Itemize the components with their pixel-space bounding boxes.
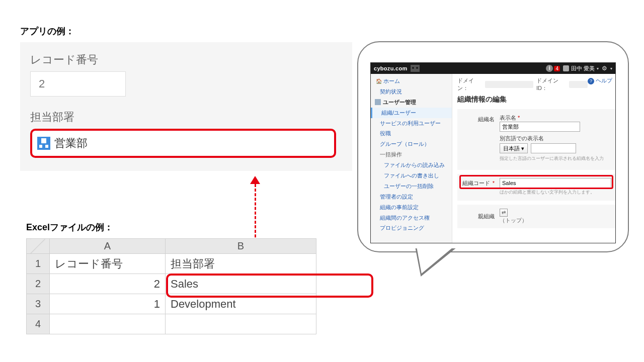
sidebar-item-home[interactable]: ホーム	[371, 76, 452, 86]
sidebar-item-bulk: 一括操作	[371, 149, 452, 160]
sidebar-item-contract[interactable]: 契約状況	[371, 86, 452, 97]
excel-cell[interactable]: 1	[50, 294, 166, 314]
org-code-block: 組織コード * ほかの組織と重複しない文字列を入力します。	[457, 174, 615, 201]
callout-bubble: cybozu.com i 4 田中 愛美 ▾ ⚙ ▾ ホーム 契約状況	[357, 41, 629, 278]
domain-value-mask	[485, 81, 533, 88]
sidebar-item-provisioning[interactable]: プロビジョニング	[371, 223, 452, 233]
gear-icon[interactable]: ⚙	[602, 65, 607, 72]
notification-badge: 4	[554, 66, 560, 71]
user-menu[interactable]: 田中 愛美 ▾	[563, 65, 599, 72]
excel-corner[interactable]	[27, 239, 50, 254]
alt-lang-hint: 指定した言語のユーザーに表示される組織名を入力	[500, 155, 604, 162]
org-name-label: 組織名	[461, 114, 495, 123]
page-title: 組織情報の編集	[457, 95, 615, 104]
excel-cell[interactable]: 担当部署	[166, 254, 316, 274]
display-name-label: 表示名	[500, 115, 516, 121]
logo-icon	[411, 65, 420, 72]
notification-button[interactable]: i 4	[546, 65, 560, 72]
display-name-input[interactable]	[500, 122, 580, 132]
parent-org-label: 親組織	[461, 213, 495, 220]
info-icon: i	[546, 65, 553, 72]
org-name-block: 組織名 表示名 * 別言語での表示名 日本語 ▾ 指定した言語のユーザーに表示さ…	[457, 109, 615, 170]
parent-select-icon[interactable]: ⇄	[500, 209, 508, 217]
arrow-head-icon	[250, 176, 260, 184]
sidebar-item-bulk-delete[interactable]: ユーザーの一括削除	[371, 181, 452, 192]
department-label: 担当部署	[30, 110, 342, 125]
app-panel: レコード番号 2 担当部署 営業部	[20, 42, 352, 171]
sidebar-item-service-users[interactable]: サービスの利用ユーザー	[371, 118, 452, 129]
sidebar-item-roles[interactable]: 役職	[371, 128, 452, 139]
brand-label: cybozu.com	[374, 65, 408, 71]
org-code-label: 組織コード	[462, 180, 490, 186]
excel-col-a[interactable]: A	[50, 239, 166, 254]
org-code-hint: ほかの組織と重複しない文字列を入力します。	[500, 189, 611, 196]
domain-label: ドメイン：	[457, 77, 482, 92]
table-row: 3 1 Development	[27, 294, 316, 314]
domain-id-label: ドメインID：	[536, 77, 566, 92]
parent-org-block: 親組織 ⇄ （トップ）	[457, 205, 615, 228]
person-icon	[375, 99, 381, 105]
sidebar-heading-users: ユーザー管理	[371, 97, 452, 108]
chevron-down-icon: ▾	[597, 66, 599, 71]
excel-cell[interactable]: Sales	[166, 274, 316, 294]
table-row: 2 2 Sales	[27, 274, 316, 294]
parent-org-value: （トップ）	[500, 217, 527, 223]
excel-grid: A B 1 レコード番号 担当部署 2 2 Sales 3 1 Developm…	[26, 238, 316, 334]
table-row: 1 レコード番号 担当部署	[27, 254, 316, 274]
language-select[interactable]: 日本語 ▾	[500, 143, 528, 153]
excel-row-hdr[interactable]: 4	[27, 314, 50, 334]
sidebar-item-org-access[interactable]: 組織間のアクセス権	[371, 213, 452, 223]
sidebar-item-org-user[interactable]: 組織/ユーザー	[371, 108, 452, 118]
table-row: 4	[27, 314, 316, 334]
alt-lang-label: 別言語での表示名	[500, 135, 604, 142]
section-title-excel: Excelファイルの例：	[26, 221, 373, 233]
sidebar-item-groups[interactable]: グループ（ロール）	[371, 139, 452, 149]
excel-cell[interactable]: レコード番号	[50, 254, 166, 274]
excel-row-hdr[interactable]: 1	[27, 254, 50, 274]
org-code-input[interactable]	[500, 178, 611, 188]
excel-cell[interactable]	[50, 314, 166, 334]
department-highlight-box: 営業部	[30, 129, 336, 158]
admin-panel: cybozu.com i 4 田中 愛美 ▾ ⚙ ▾ ホーム 契約状況	[370, 62, 616, 243]
excel-row-hdr[interactable]: 3	[27, 294, 50, 314]
record-number-label: レコード番号	[30, 52, 342, 67]
excel-cell[interactable]: Development	[166, 294, 316, 314]
excel-cell[interactable]	[166, 314, 316, 334]
alt-name-input[interactable]	[531, 143, 576, 153]
excel-row-hdr[interactable]: 2	[27, 274, 50, 294]
section-title-app: アプリの例：	[20, 25, 352, 37]
sidebar-item-bulk-export[interactable]: ファイルへの書き出し	[371, 170, 452, 181]
excel-col-b[interactable]: B	[166, 239, 316, 254]
chevron-down-icon: ▾	[610, 66, 612, 71]
record-number-value: 2	[30, 71, 126, 97]
help-link[interactable]: ヘルプ	[588, 77, 612, 84]
sidebar-item-org-presets[interactable]: 組織の事前設定	[371, 202, 452, 213]
admin-main: ヘルプ ドメイン： ドメインID： 組織情報の編集 組織名 表示名 *	[452, 74, 615, 243]
admin-topbar: cybozu.com i 4 田中 愛美 ▾ ⚙ ▾	[371, 63, 615, 74]
department-value: 営業部	[54, 136, 88, 151]
user-name: 田中 愛美	[571, 65, 595, 72]
excel-cell[interactable]: 2	[50, 274, 166, 294]
org-icon	[37, 137, 50, 150]
sidebar-item-bulk-import[interactable]: ファイルからの読み込み	[371, 160, 452, 170]
admin-sidebar: ホーム 契約状況 ユーザー管理 組織/ユーザー サービスの利用ユーザー 役職 グ…	[371, 74, 452, 243]
avatar	[563, 65, 569, 71]
domain-id-value-mask	[569, 81, 588, 88]
sidebar-item-admin-settings[interactable]: 管理者の設定	[371, 192, 452, 202]
